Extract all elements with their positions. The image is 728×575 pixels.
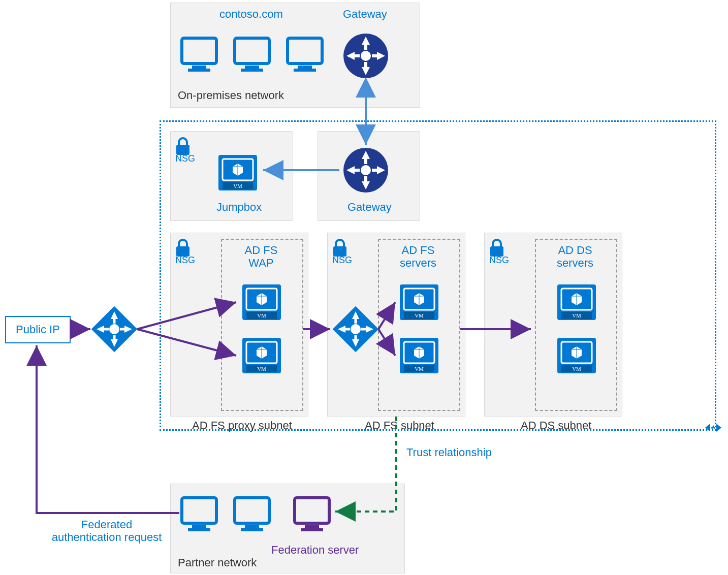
vnet-gateway-label: Gateway	[347, 201, 392, 214]
jumpbox-label: Jumpbox	[216, 201, 262, 214]
wap-subnet-label: AD FS proxy subnet	[192, 419, 292, 432]
adds-nsg-label: NSG	[489, 255, 509, 266]
adfs-subnet-label: AD FS subnet	[365, 419, 434, 432]
trust-relationship-label: Trust relationship	[406, 446, 492, 459]
federated-auth-label: Federated authentication request	[46, 518, 168, 544]
public-ip-box: Public IP	[5, 316, 71, 343]
jumpbox-nsg-label: NSG	[175, 153, 195, 164]
adfs-nsg-label: NSG	[332, 255, 352, 266]
onprem-domain-label: contoso.com	[219, 8, 283, 21]
load-balancer-icon	[91, 306, 138, 353]
adfs-title: AD FS servers	[378, 244, 458, 270]
federation-server-label: Federation server	[271, 544, 353, 556]
adds-subnet-label: AD DS subnet	[521, 419, 591, 432]
onprem-title: On-premises network	[178, 89, 284, 102]
public-ip-label: Public IP	[16, 323, 60, 336]
wap-nsg-label: NSG	[175, 255, 195, 266]
partner-label: Partner network	[178, 556, 257, 569]
adds-title: AD DS servers	[535, 244, 615, 270]
wap-title: AD FS WAP	[221, 244, 301, 270]
federated-auth-arrow	[37, 345, 179, 513]
onprem-gateway-label: Gateway	[343, 8, 387, 21]
